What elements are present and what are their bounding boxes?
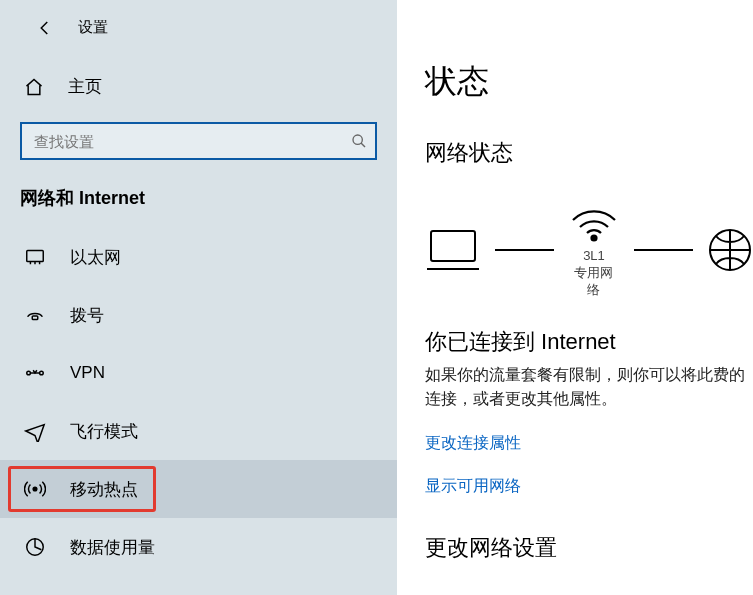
nav-list: 以太网 拨号 VPN 飞行模式 移动热点 <box>0 228 397 576</box>
page-title: 状态 <box>425 60 753 104</box>
wifi-sub: 专用网络 <box>568 265 619 299</box>
svg-point-3 <box>27 371 31 375</box>
sidebar-item-vpn[interactable]: VPN <box>0 344 397 402</box>
svg-rect-7 <box>431 231 475 261</box>
svg-point-0 <box>353 135 362 144</box>
main-panel: 状态 网络状态 3L1 专用网络 你已连接到 Internet 如果你的流量套餐… <box>397 0 753 595</box>
svg-rect-2 <box>32 316 38 320</box>
ethernet-icon <box>24 246 46 268</box>
sidebar-item-label: 飞行模式 <box>70 420 138 443</box>
sidebar-item-label: 以太网 <box>70 246 121 269</box>
globe-icon <box>707 227 753 273</box>
topbar: 设置 <box>0 0 397 47</box>
sidebar-item-label: 数据使用量 <box>70 536 155 559</box>
sidebar-item-airplane[interactable]: 飞行模式 <box>0 402 397 460</box>
sidebar-item-datausage[interactable]: 数据使用量 <box>0 518 397 576</box>
change-connection-link[interactable]: 更改连接属性 <box>425 433 753 454</box>
settings-title: 设置 <box>78 18 108 37</box>
wifi-node: 3L1 专用网络 <box>568 202 619 299</box>
sidebar-item-label: VPN <box>70 363 105 383</box>
show-networks-link[interactable]: 显示可用网络 <box>425 476 753 497</box>
network-status-heading: 网络状态 <box>425 138 753 168</box>
dialup-icon <box>24 304 46 326</box>
vpn-icon <box>24 362 46 384</box>
settings-sidebar: 设置 主页 网络和 Internet 以太网 拨号 <box>0 0 397 595</box>
change-network-settings-heading: 更改网络设置 <box>425 533 753 563</box>
datausage-icon <box>24 536 46 558</box>
device-icon <box>425 227 481 273</box>
sidebar-item-dialup[interactable]: 拨号 <box>0 286 397 344</box>
sidebar-section-title: 网络和 Internet <box>0 160 397 218</box>
sidebar-item-hotspot[interactable]: 移动热点 <box>0 460 397 518</box>
svg-point-4 <box>40 371 44 375</box>
diagram-line <box>495 249 554 251</box>
diagram-line <box>634 249 693 251</box>
airplane-icon <box>24 420 46 442</box>
connected-title: 你已连接到 Internet <box>425 327 753 357</box>
hotspot-icon <box>24 478 46 500</box>
search-wrap <box>20 122 377 160</box>
sidebar-item-label: 拨号 <box>70 304 104 327</box>
svg-rect-1 <box>27 251 44 262</box>
svg-point-8 <box>591 236 596 241</box>
home-icon <box>24 77 46 97</box>
home-label: 主页 <box>68 75 102 98</box>
network-diagram: 3L1 专用网络 <box>425 202 753 299</box>
svg-point-5 <box>33 487 37 491</box>
connected-desc: 如果你的流量套餐有限制，则你可以将此费的连接，或者更改其他属性。 <box>425 363 745 411</box>
home-row[interactable]: 主页 <box>0 65 397 108</box>
sidebar-item-ethernet[interactable]: 以太网 <box>0 228 397 286</box>
sidebar-item-label: 移动热点 <box>70 478 138 501</box>
search-icon <box>351 133 367 149</box>
back-icon[interactable] <box>36 19 54 37</box>
search-input[interactable] <box>20 122 377 160</box>
wifi-name: 3L1 <box>568 248 619 265</box>
